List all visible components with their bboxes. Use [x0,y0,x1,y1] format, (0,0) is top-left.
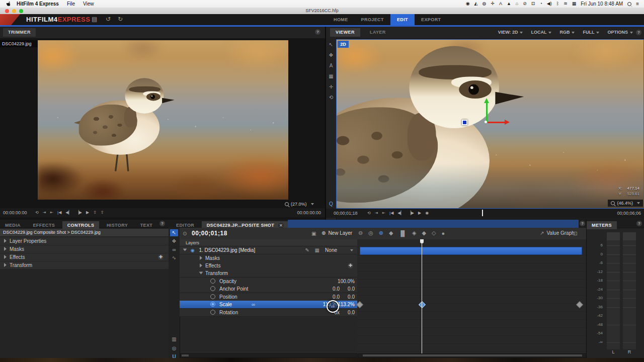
chevron-down-icon[interactable] [350,249,353,251]
mask-checker-icon[interactable]: ▦ [315,246,319,254]
set-out-point-icon[interactable]: ⇥ [43,210,46,215]
select-tool-icon[interactable]: ↖ [327,41,335,48]
tab-controls[interactable]: CONTROLS [62,221,100,229]
step-forward-icon[interactable]: ▕▶ [76,210,82,215]
collapse-icon[interactable] [183,249,187,251]
next-keyframe-icon[interactable]: ◇ [432,230,436,236]
airplay-status-icon[interactable]: ⊡ [531,0,535,8]
prev-keyframe-icon[interactable]: ◆ [422,230,426,236]
anchor-x-value[interactable]: 0.0 [333,285,340,293]
snapshot-icon[interactable]: ◉ [425,211,429,215]
gizmo-y-axis-arrow[interactable] [486,100,488,122]
add-marker-icon[interactable]: ● [442,230,445,236]
viewer-2d-badge[interactable]: 2D [338,41,349,48]
keyframe-nav-icon[interactable]: ◈ [412,230,416,236]
layout-tool-icon[interactable]: ▦ [327,73,335,80]
keyframe-toggle-icon[interactable]: ◆ [389,230,393,236]
tab-project[interactable]: PROJECT [355,14,390,25]
wifi-status-icon[interactable]: ≋ [564,0,568,8]
rotation-degrees-value[interactable]: 0.0 [348,309,355,316]
shield-status-icon[interactable]: ◭ [474,0,478,8]
viewer-help-icon[interactable]: ? [636,30,641,35]
zoom-in-circle-icon[interactable]: ⊕ [379,230,383,236]
new-layer-button[interactable]: ⊕ New Layer [321,230,352,236]
hat-status-icon[interactable]: ⌂ [516,0,518,8]
tab-effects[interactable]: EFFECTS [28,221,60,229]
step-forward-icon[interactable]: ▕▶ [408,211,414,215]
clock-icon[interactable]: ⊙ [183,231,187,236]
viewer-scrub-playhead[interactable] [482,210,483,216]
timeline-track-area[interactable] [357,239,586,358]
edit-pencil-icon[interactable]: ✎ [305,246,309,254]
hand-tool-icon[interactable]: ✥ [327,52,335,59]
prev-frame-icon[interactable]: |◀ [389,211,393,215]
set-out-point-icon[interactable]: ⇥ [375,211,378,215]
row-transform[interactable]: Transform [0,261,169,269]
stopwatch-icon[interactable] [210,294,215,299]
add-effect-button[interactable]: ✚ [158,254,164,260]
viewer-canvas[interactable]: 2D X:477.14 Y:525.61 (46.4%) [336,39,644,209]
group-row-transform[interactable]: Transform [180,269,357,278]
quality-dropdown[interactable]: FULL [583,30,599,35]
tab-viewer[interactable]: VIEWER [330,28,360,37]
overlay-to-timeline-icon[interactable]: ⇪ [101,210,104,215]
apple-menu-icon[interactable] [6,1,12,7]
group-row-effects[interactable]: Effects ✚ [180,262,357,270]
prev-frame-icon[interactable]: |◀ [57,210,61,215]
flag-status-icon[interactable]: ▲ [507,0,511,8]
tab-layer[interactable]: LAYER [364,28,391,37]
text-input-status-icon[interactable]: A [499,0,502,8]
blend-mode-dropdown[interactable]: None [325,246,337,254]
redo-icon[interactable]: ↻ [118,16,123,23]
playhead-handle[interactable] [420,239,424,243]
link-tool-icon[interactable]: ∞ [170,246,178,253]
row-masks[interactable]: Masks [0,245,169,253]
row-effects[interactable]: Effects ✚ [0,253,169,261]
position-y-value[interactable]: 0.0 [348,293,355,301]
step-back-icon[interactable]: ◀▏ [65,210,71,215]
stopwatch-icon[interactable] [210,286,215,291]
row-layer-properties[interactable]: Layer Properties [0,237,169,245]
health-status-icon[interactable]: ✛ [491,0,495,8]
trimmer-zoom-control[interactable]: (27.0%) [282,201,317,208]
time-machine-status-icon[interactable]: ◔ [539,0,542,8]
trimmer-help-icon[interactable]: ? [315,29,320,35]
play-icon[interactable]: ▶ [86,210,89,215]
layer-anchor-handle[interactable] [462,120,467,125]
view-mode-dropdown[interactable]: VIEW: 2D [498,30,523,35]
gizmo-x-axis-arrow[interactable] [488,122,508,123]
play-icon[interactable]: ▶ [418,211,421,215]
channel-dropdown[interactable]: RGB [559,30,575,35]
trimmer-tab[interactable]: TRIMMER [3,28,36,37]
controls-help-icon[interactable]: ? [159,221,165,226]
tab-meters[interactable]: METERS [587,221,617,229]
tab-history[interactable]: HISTORY [102,221,133,229]
opacity-value[interactable]: 100.0% [338,278,355,285]
snapshot-icon[interactable]: ▣ [311,231,316,236]
menubar-view-menu[interactable]: View [83,1,94,7]
timeline-current-timecode[interactable]: 00;00;01;18 [192,230,227,237]
add-effect-button[interactable]: ✚ [348,263,353,268]
tab-text[interactable]: TEXT [135,221,158,229]
swirl-status-icon[interactable]: ◍ [482,0,487,8]
zoom-tool-icon[interactable]: Q [329,201,333,207]
playhead-line[interactable] [422,239,422,358]
menubar-file-menu[interactable]: File [67,1,75,7]
stopwatch-icon[interactable] [210,310,215,315]
property-row-anchor-point[interactable]: Anchor Point 0.0 0.0 [180,285,357,293]
scrollbar-thumb[interactable] [182,354,189,356]
tab-media[interactable]: MEDIA [0,221,26,229]
loop-icon[interactable]: ⟲ [367,211,371,215]
options-dropdown[interactable]: OPTIONS [607,30,633,35]
expand-icon[interactable] [4,263,7,267]
layer-row[interactable]: ◉ 1. DSC04229.jpg [Media] ✎ ▦ None [180,246,357,254]
hand-tool-icon[interactable]: ✥ [170,238,178,245]
layer-visibility-eye-icon[interactable]: ◉ [191,248,195,253]
film-strip-icon[interactable]: ▥ [170,336,178,343]
stopwatch-icon-active[interactable] [210,302,215,307]
scale-link-icon[interactable]: ∞ [252,301,255,308]
text-tool-icon[interactable]: A [327,62,335,69]
fit-timeline-icon[interactable]: ◎ [368,230,373,236]
insert-to-timeline-icon[interactable]: ⇧ [93,210,97,215]
input-source-status-icon[interactable]: ▦ [572,0,577,8]
